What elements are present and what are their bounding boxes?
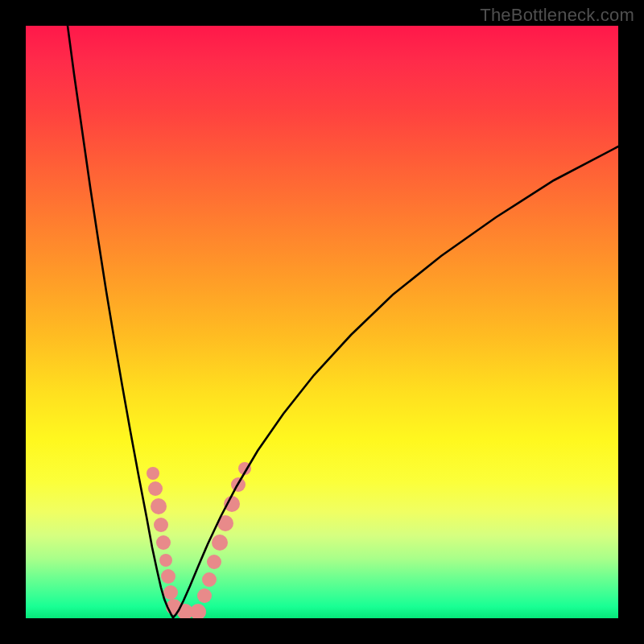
marker-dot xyxy=(147,467,159,480)
marker-dot xyxy=(154,518,168,532)
marker-dot xyxy=(212,535,228,551)
marker-dot xyxy=(202,572,217,587)
marker-dot xyxy=(151,498,167,514)
curve-layer xyxy=(26,26,618,618)
chart-frame: TheBottleneck.com xyxy=(0,0,644,644)
right-branch-curve xyxy=(173,147,618,617)
marker-dot xyxy=(163,585,178,600)
watermark-text: TheBottleneck.com xyxy=(480,5,634,26)
marker-dot xyxy=(159,554,172,567)
marker-dot xyxy=(148,481,163,496)
marker-dot xyxy=(207,555,221,569)
plot-area xyxy=(26,26,618,618)
marker-dot xyxy=(190,604,206,618)
marker-dot xyxy=(156,535,171,550)
marker-dot xyxy=(197,588,212,603)
marker-dot xyxy=(161,569,175,584)
